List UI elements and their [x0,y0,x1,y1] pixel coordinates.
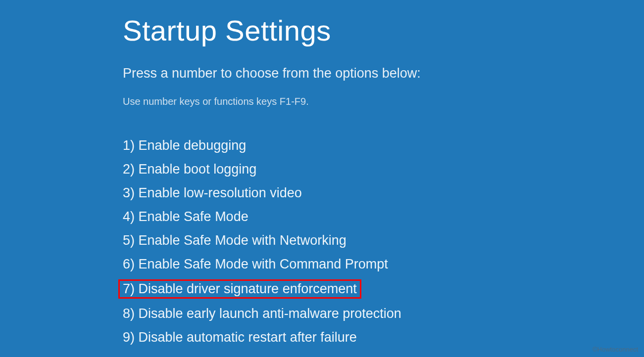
instruction-text: Press a number to choose from the option… [123,66,644,81]
watermark-text: ©Howtoconnect [593,346,638,353]
option-enable-debugging[interactable]: 1) Enable debugging [119,137,250,154]
options-list: 1) Enable debugging 2) Enable boot loggi… [123,137,644,346]
option-enable-boot-logging[interactable]: 2) Enable boot logging [119,161,260,178]
hint-text: Use number keys or functions keys F1-F9. [123,96,644,107]
page-title: Startup Settings [123,14,644,47]
option-disable-automatic-restart[interactable]: 9) Disable automatic restart after failu… [119,329,361,346]
option-enable-safe-mode-command-prompt[interactable]: 6) Enable Safe Mode with Command Prompt [119,256,392,273]
option-disable-driver-signature-enforcement[interactable]: 7) Disable driver signature enforcement [118,279,361,299]
option-enable-low-resolution-video[interactable]: 3) Enable low-resolution video [119,184,306,202]
startup-settings-screen: Startup Settings Press a number to choos… [0,0,644,346]
option-enable-safe-mode[interactable]: 4) Enable Safe Mode [119,208,252,225]
option-disable-early-launch-anti-malware[interactable]: 8) Disable early launch anti-malware pro… [119,305,405,322]
option-enable-safe-mode-networking[interactable]: 5) Enable Safe Mode with Networking [119,232,350,249]
